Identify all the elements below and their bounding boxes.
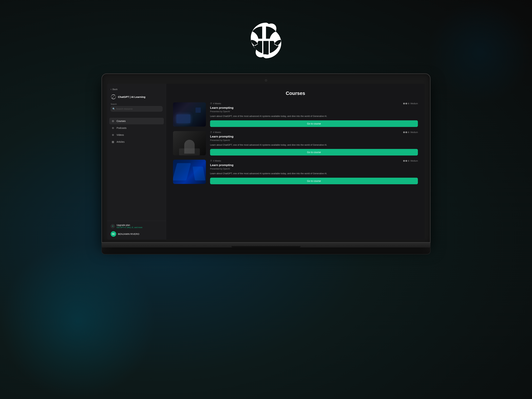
course-description-2: Learn about ChatGPT, one of the most adv… — [210, 143, 418, 147]
openai-logo — [247, 21, 285, 60]
search-input-wrapper: 🔍 — [111, 106, 162, 112]
nav-articles-label: Articles — [117, 140, 125, 143]
laptop-device: ‹ Back ChatGPT | AI Learning — [101, 73, 431, 254]
podcasts-icon: ⊚ — [111, 127, 114, 130]
back-arrow-icon: ‹ — [111, 88, 112, 91]
dot-1 — [403, 103, 405, 104]
course-duration-text-3: 4 Weeks — [213, 160, 221, 162]
course-meta-3: ⏱ 4 Weeks Medium — [210, 160, 418, 162]
nav-courses-label: Courses — [117, 120, 126, 122]
course-info-3: ⏱ 4 Weeks Medium — [210, 160, 418, 184]
sidebar-item-videos[interactable]: ⊛ Videos — [109, 132, 164, 138]
course-meta-1: ⏱ 4 Weeks Medium — [210, 102, 418, 105]
laptop-screen: ‹ Back ChatGPT | AI Learning — [107, 84, 425, 240]
clock-icon: ⏱ — [210, 102, 212, 105]
difficulty-label-3: Medium — [411, 160, 418, 162]
course-duration-text-1: 4 Weeks — [213, 102, 221, 105]
sidebar-item-articles[interactable]: ▦ Articles — [109, 139, 164, 145]
search-section: Search 🔍 — [111, 103, 162, 112]
openai-logo-svg — [247, 21, 285, 59]
difficulty-dots-1 — [403, 103, 409, 104]
course-meta-2: ⏱ 4 Weeks Medium — [210, 131, 418, 133]
dot-4 — [403, 132, 405, 133]
sidebar-item-podcasts[interactable]: ⊚ Podcasts — [109, 125, 164, 131]
course-title-2: Learn prompting — [210, 135, 418, 138]
upgrade-subtitle: Get GPT-4, DALL·E, and more — [117, 226, 142, 228]
search-input[interactable] — [111, 106, 162, 112]
course-duration-2: ⏱ 4 Weeks — [210, 131, 221, 133]
brand-name: ChatGPT | AI Learning — [118, 95, 146, 98]
difficulty-label-1: Medium — [411, 102, 418, 105]
laptop-camera — [265, 79, 267, 82]
sidebar-bottom: + Upgrade plan Get GPT-4, DALL·E, and mo… — [107, 221, 166, 240]
table-row: ⏱ 4 Weeks Medium — [173, 160, 418, 184]
go-to-course-button-3[interactable]: Go to course — [210, 178, 418, 184]
course-presenter-3: Presented by OpenAI — [210, 168, 418, 170]
user-name: BENJAMIN RIVERO — [118, 233, 139, 235]
course-description-3: Learn about ChatGPT, one of the most adv… — [210, 172, 418, 175]
course-thumbnail-1 — [173, 102, 206, 127]
sidebar-top: ‹ Back ChatGPT | AI Learning — [107, 84, 166, 116]
difficulty-dots-3 — [403, 160, 409, 162]
difficulty-dots-2 — [403, 132, 409, 133]
back-label: Back — [113, 88, 118, 91]
dot-9 — [408, 160, 409, 162]
articles-icon: ▦ — [111, 140, 114, 143]
course-info-2: ⏱ 4 Weeks Medium — [210, 131, 418, 156]
go-to-course-button-2[interactable]: Go to course — [210, 149, 418, 156]
upgrade-title: Upgrade plan — [117, 224, 142, 226]
course-thumbnail-3 — [173, 160, 206, 184]
dot-7 — [403, 160, 405, 162]
course-duration-3: ⏱ 4 Weeks — [210, 160, 221, 162]
clock-icon-3: ⏱ — [210, 160, 212, 162]
user-row[interactable]: BE BENJAMIN RIVERO — [111, 231, 162, 237]
dot-2 — [405, 103, 407, 104]
laptop-bezel: ‹ Back ChatGPT | AI Learning — [101, 73, 431, 243]
course-difficulty-1: Medium — [403, 102, 418, 105]
avatar: BE — [111, 231, 116, 237]
table-row: ⏱ 4 Weeks Medium — [173, 102, 418, 127]
clock-icon-2: ⏱ — [210, 131, 212, 133]
course-difficulty-2: Medium — [403, 131, 418, 133]
nav-section: ⊙ Courses ⊚ Podcasts ⊛ Videos — [107, 116, 166, 221]
dot-8 — [405, 160, 407, 162]
course-title-1: Learn prompting — [210, 106, 418, 110]
course-presenter-1: Presented by OpenAI — [210, 110, 418, 113]
dot-3 — [408, 103, 409, 104]
go-to-course-button-1[interactable]: Go to course — [210, 120, 418, 127]
course-difficulty-3: Medium — [403, 160, 418, 162]
dot-6 — [408, 132, 409, 133]
dot-5 — [405, 132, 407, 133]
upgrade-plan[interactable]: + Upgrade plan Get GPT-4, DALL·E, and mo… — [111, 224, 162, 228]
course-duration-text-2: 4 Weeks — [213, 131, 221, 133]
back-link[interactable]: ‹ Back — [111, 88, 162, 91]
sidebar-item-courses[interactable]: ⊙ Courses — [109, 118, 164, 124]
sidebar: ‹ Back ChatGPT | AI Learning — [107, 84, 166, 240]
videos-icon: ⊛ — [111, 133, 114, 136]
course-list: ⏱ 4 Weeks Medium — [173, 102, 418, 184]
courses-icon: ⊙ — [111, 120, 114, 123]
search-label: Search — [111, 103, 162, 105]
main-content: Courses ⏱ 4 Weeks — [166, 84, 425, 240]
brand-row: ChatGPT | AI Learning — [111, 94, 162, 100]
search-icon: 🔍 — [112, 108, 115, 110]
course-duration-1: ⏱ 4 Weeks — [210, 102, 221, 105]
course-info-1: ⏱ 4 Weeks Medium — [210, 102, 418, 127]
course-title-3: Learn prompting — [210, 164, 418, 167]
course-presenter-2: Presented by OpenAI — [210, 139, 418, 141]
page-title: Courses — [173, 91, 418, 96]
course-thumbnail-2 — [173, 131, 206, 155]
course-description-1: Learn about ChatGPT, one of the most adv… — [210, 114, 418, 118]
difficulty-label-2: Medium — [411, 131, 418, 133]
upgrade-text: Upgrade plan Get GPT-4, DALL·E, and more — [117, 224, 142, 228]
laptop-base — [101, 243, 431, 247]
upgrade-icon: + — [111, 224, 115, 228]
nav-podcasts-label: Podcasts — [117, 127, 127, 129]
nav-videos-label: Videos — [117, 133, 124, 136]
brand-icon — [111, 94, 116, 100]
laptop-foot — [101, 247, 431, 254]
table-row: ⏱ 4 Weeks Medium — [173, 131, 418, 156]
